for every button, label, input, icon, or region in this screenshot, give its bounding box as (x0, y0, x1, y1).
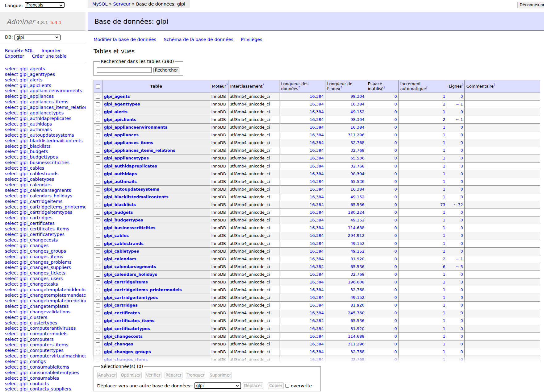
sidebar-table-link[interactable]: glpi_cartridges (19, 215, 52, 220)
index-length-link[interactable]: 32,768 (350, 148, 365, 153)
rows-link[interactable]: 0 (460, 280, 463, 284)
auto-increment-link[interactable]: 1 (443, 225, 445, 230)
row-checkbox[interactable] (96, 273, 100, 277)
table-name-link[interactable]: glpi_certificates_items (104, 318, 155, 323)
sidebar-table-link[interactable]: glpi_changecosts (19, 237, 58, 242)
database-action-link[interactable]: Modifier la base de données (94, 37, 156, 42)
unused-link[interactable]: 0 (394, 117, 397, 122)
auto-increment-link[interactable]: 1 (443, 287, 445, 292)
index-length-link[interactable]: 32,768 (350, 287, 365, 292)
sidebar-select-link[interactable]: select (5, 77, 18, 82)
data-length-link[interactable]: 16,384 (310, 117, 324, 122)
table-name-link[interactable]: glpi_authldapreplicates (104, 164, 157, 168)
sidebar-table-link[interactable]: glpi_cables (19, 166, 44, 171)
auto-increment-link[interactable]: 1 (443, 241, 445, 246)
sidebar-select-link[interactable]: select (5, 182, 18, 187)
index-length-link[interactable]: 81,920 (350, 257, 365, 261)
sidebar-select-link[interactable]: select (5, 215, 18, 220)
help-link[interactable]: ? (494, 83, 495, 86)
table-name-link[interactable]: glpi_calendarsegments (104, 264, 156, 269)
auto-increment-link[interactable]: 1 (443, 171, 445, 176)
data-length-link[interactable]: 16,384 (310, 241, 324, 246)
sidebar-table-link[interactable]: glpi_authldaps (19, 122, 52, 126)
data-length-link[interactable]: 16,384 (310, 225, 324, 230)
data-length-link[interactable]: 16,384 (310, 133, 324, 137)
unused-link[interactable]: 0 (394, 241, 397, 246)
sidebar-table-link[interactable]: glpi_blacklistedmailcontents (19, 138, 82, 143)
row-checkbox[interactable] (96, 141, 100, 145)
adminer-logo-link[interactable]: Adminer (6, 18, 35, 26)
sidebar-select-link[interactable]: select (5, 304, 18, 309)
help-link[interactable]: ? (462, 83, 463, 86)
sidebar-select-link[interactable]: select (5, 116, 18, 121)
auto-increment-link[interactable]: 1 (443, 318, 445, 323)
table-name-link[interactable]: glpi_applianceenvironments (104, 125, 168, 130)
sidebar-select-link[interactable]: select (5, 243, 18, 248)
unused-link[interactable]: 0 (394, 272, 397, 277)
sidebar-select-link[interactable]: select (5, 260, 18, 265)
update-version-link[interactable]: 5.4.1 (50, 20, 62, 25)
index-length-link[interactable]: 114,688 (348, 225, 365, 230)
sidebar-table-link[interactable]: glpi_changes_problems (19, 260, 71, 265)
sidebar-table-link[interactable]: glpi_computertypes (19, 348, 64, 353)
table-name-link[interactable]: glpi_apiclients (104, 117, 136, 122)
auto-increment-link[interactable]: 73 (440, 202, 446, 207)
sidebar-table-link[interactable]: glpi_cabletypes (19, 177, 54, 182)
auto-increment-link[interactable]: 1 (443, 94, 445, 99)
unused-link[interactable]: 0 (394, 140, 397, 145)
sidebar-select-link[interactable]: select (5, 337, 18, 342)
sidebar-table-link[interactable]: glpi_agenttypes (19, 72, 55, 77)
sidebar-table-link[interactable]: glpi_calendars (19, 182, 52, 187)
index-length-link[interactable]: 32,768 (350, 164, 365, 168)
auto-increment-link[interactable]: 1 (443, 233, 445, 238)
row-checkbox[interactable] (96, 319, 100, 323)
select-all-checkbox[interactable] (96, 85, 100, 89)
unused-link[interactable]: 0 (394, 187, 397, 192)
row-checkbox[interactable] (96, 218, 100, 222)
unused-link[interactable]: 0 (394, 171, 397, 176)
sidebar-table-link[interactable]: glpi_cartridgeitems (19, 199, 62, 204)
data-length-link[interactable]: 16,384 (310, 202, 324, 207)
unused-link[interactable]: 0 (394, 280, 397, 284)
sidebar-action-link[interactable]: Exporter (5, 54, 24, 59)
table-name-link[interactable]: glpi_cabletypes (104, 249, 139, 254)
sidebar-table-link[interactable]: glpi_contacts (19, 381, 49, 386)
sidebar-select-link[interactable]: select (5, 149, 18, 154)
sidebar-select-link[interactable]: select (5, 282, 18, 287)
sidebar-select-link[interactable]: select (5, 193, 18, 198)
table-name-link[interactable]: glpi_changes (104, 342, 133, 346)
table-name-link[interactable]: glpi_calendars_holidays (104, 272, 157, 277)
data-length-link[interactable]: 16,384 (310, 249, 324, 254)
sidebar-select-link[interactable]: select (5, 160, 18, 165)
table-name-link[interactable]: glpi_agents (104, 94, 130, 99)
unused-link[interactable]: 0 (394, 164, 397, 168)
data-length-link[interactable]: 16,384 (310, 156, 324, 160)
sidebar-table-link[interactable]: glpi_appliances (19, 94, 54, 99)
data-length-link[interactable]: 16,384 (310, 349, 324, 354)
row-checkbox[interactable] (96, 335, 100, 339)
rows-link[interactable]: 0 (460, 349, 463, 354)
unused-link[interactable]: 0 (394, 179, 397, 184)
rows-link[interactable]: 0 (460, 218, 463, 222)
table-name-link[interactable]: glpi_budgettypes (104, 218, 143, 222)
table-name-link[interactable]: glpi_cartridgeitems (104, 280, 148, 284)
data-length-link[interactable]: 16,384 (310, 287, 324, 292)
auto-increment-link[interactable]: 1 (443, 295, 445, 300)
index-length-link[interactable]: 65,536 (350, 156, 365, 160)
auto-increment-link[interactable]: 1 (443, 249, 445, 254)
sidebar-select-link[interactable]: select (5, 386, 18, 391)
table-name-link[interactable]: glpi_blacklistedmailcontents (104, 195, 169, 199)
rows-link[interactable]: ~ 5 (456, 264, 463, 269)
auto-increment-link[interactable]: 1 (443, 148, 445, 153)
sidebar-table-link[interactable]: glpi_changes_groups (19, 249, 66, 254)
table-name-link[interactable]: glpi_calendars (104, 257, 136, 261)
unused-link[interactable]: 0 (394, 264, 397, 269)
data-length-link[interactable]: 16,384 (310, 233, 324, 238)
index-length-link[interactable]: 49,152 (350, 295, 365, 300)
auto-increment-link[interactable]: 1 (443, 303, 445, 307)
sidebar-table-link[interactable]: glpi_apiclients (19, 83, 51, 88)
auto-increment-link[interactable]: 1 (443, 342, 445, 346)
table-name-link[interactable]: glpi_changes_groups (104, 349, 151, 354)
rows-link[interactable]: 0 (460, 156, 463, 160)
sidebar-table-link[interactable]: glpi_changetemplatepredefinedfields (19, 298, 86, 303)
